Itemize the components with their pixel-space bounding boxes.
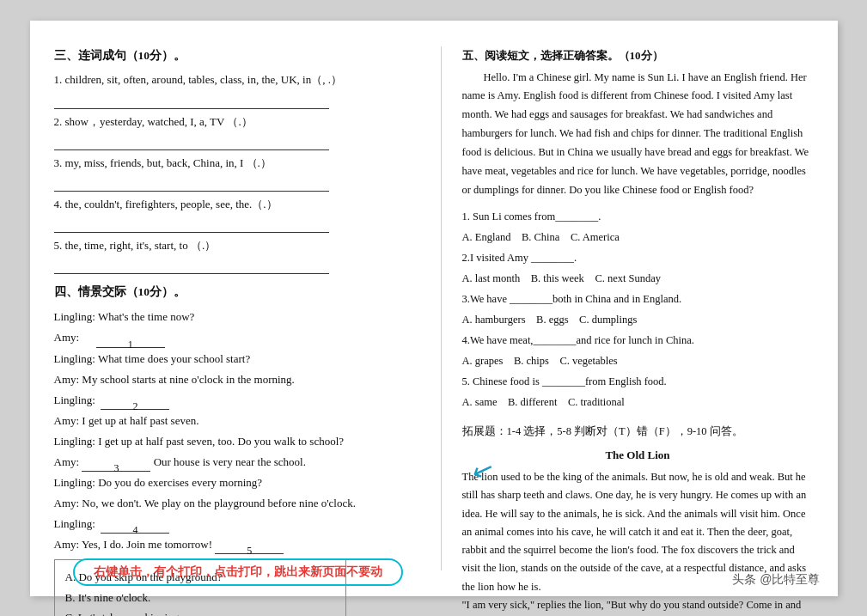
q3-5: 5. the, time, right, it's, start, to （.） xyxy=(54,236,415,274)
section3-title: 三、连词成句（10分）。 xyxy=(54,46,415,66)
watermark: 头条 @比特至尊 xyxy=(732,572,820,588)
dialog-line-5: Lingling: 2 xyxy=(54,391,415,410)
rq2: 2.I visited Amy ________. xyxy=(462,248,814,268)
rq3: 3.We have ________both in China and in E… xyxy=(462,290,814,309)
rq3-options: A. hamburgers B. eggs C. dumplings xyxy=(462,310,814,330)
option-b: B. It's nine o'clock. xyxy=(65,588,335,607)
dialog-line-6: Amy: I get up at half past seven. xyxy=(54,412,415,430)
dialog-line-4: Amy: My school starts at nine o'clock in… xyxy=(54,370,415,389)
q3-1: 1. children, sit, often, around, tables,… xyxy=(54,70,415,108)
rq1-options: A. England B. China C. America xyxy=(462,228,814,247)
rq1: 1. Sun Li comes from________. xyxy=(462,207,814,227)
rq5-options: A. same B. different C. traditional xyxy=(462,393,814,412)
annotation-bubble: 右键单击，有个打印，点击打印，跳出来新页面不要动 xyxy=(73,558,403,586)
dialog-line-9: Lingling: Do you do exercises every morn… xyxy=(54,473,415,492)
dialog-line-7: Lingling: I get up at half past seven, t… xyxy=(54,432,415,451)
blank-4: 4 xyxy=(101,521,169,534)
paper: 三、连词成句（10分）。 1. children, sit, often, ar… xyxy=(30,21,838,596)
section5-title: 五、阅读短文，选择正确答案。（10分） xyxy=(462,46,814,65)
page-wrapper: 三、连词成句（10分）。 1. children, sit, often, ar… xyxy=(0,0,867,616)
story-text: The lion used to be the king of the anim… xyxy=(462,468,814,616)
story-title: The Old Lion xyxy=(462,446,814,465)
rq4: 4.We have meat,________and rice for lunc… xyxy=(462,331,814,351)
rq4-options: A. grapes B. chips C. vegetables xyxy=(462,351,814,371)
right-column: 五、阅读短文，选择正确答案。（10分） Hello. I'm a Chinese… xyxy=(441,46,814,570)
blank-1: 1 xyxy=(96,336,165,348)
dialog-line-2: Amy: 1 xyxy=(54,328,415,347)
answer-line-3-3 xyxy=(54,180,329,192)
section3: 三、连词成句（10分）。 1. children, sit, often, ar… xyxy=(54,46,415,275)
section5: 五、阅读短文，选择正确答案。（10分） Hello. I'm a Chinese… xyxy=(462,46,814,412)
dialog-line-3: Lingling: What time does your school sta… xyxy=(54,350,415,369)
left-column: 三、连词成句（10分）。 1. children, sit, often, ar… xyxy=(54,46,415,570)
extension-title: 拓展题：1-4 选择，5-8 判断对（T）错（F），9-10 问答。 xyxy=(462,423,814,441)
blank-5: 5 xyxy=(215,542,284,554)
answer-line-3-1 xyxy=(54,97,329,109)
option-c: C. Let's take my skipping rope xyxy=(65,607,335,616)
dialog-line-12: Amy: Yes, I do. Join me tomorrow! 5 xyxy=(54,535,415,554)
dialog-line-11: Lingling: 4 xyxy=(54,515,415,534)
section4-title: 四、情景交际（10分）。 xyxy=(54,283,415,302)
blank-3: 3 xyxy=(82,460,150,472)
dialog-line-10: Amy: No, we don't. We play on the playgr… xyxy=(54,494,415,513)
rq5: 5. Chinese food is ________from English … xyxy=(462,372,814,392)
reading-passage: Hello. I'm a Chinese girl. My name is Su… xyxy=(462,69,814,200)
rq2-options: A. last month B. this week C. next Sunda… xyxy=(462,269,814,289)
blank-2: 2 xyxy=(101,398,169,410)
dialog-line-1: Lingling: What's the time now? xyxy=(54,308,415,326)
dialog-line-8: Amy: 3 Our house is very near the school… xyxy=(54,453,415,472)
q3-2: 2. show，yesterday, watched, I, a, TV （.） xyxy=(54,113,415,150)
q3-4: 4. the, couldn't, firefighters, people, … xyxy=(54,195,415,233)
q3-3: 3. my, miss, friends, but, back, China, … xyxy=(54,154,415,192)
answer-line-3-2 xyxy=(54,138,329,150)
reading-questions: 1. Sun Li comes from________. A. England… xyxy=(462,207,814,412)
answer-line-3-4 xyxy=(54,221,329,233)
answer-line-3-5 xyxy=(54,262,329,274)
